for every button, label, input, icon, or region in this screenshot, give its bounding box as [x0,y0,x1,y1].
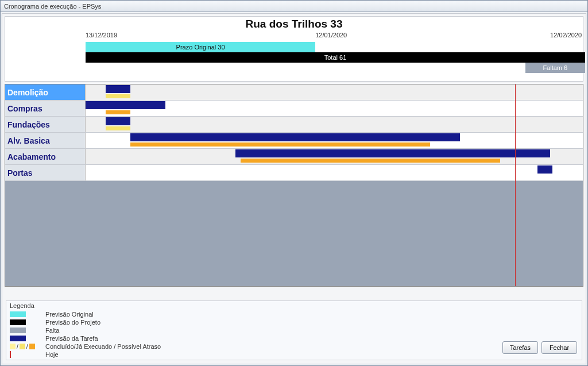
gantt-row[interactable]: Alv. Basica [5,133,583,149]
status-bar [106,110,131,114]
app-window: Cronograma de execução - EPSys Rua dos T… [0,0,588,366]
task-bar[interactable] [235,149,550,157]
date-label: 12/01/2020 [315,32,347,38]
legend-title: Legenda [10,302,578,309]
button-bar: Tarefas Fechar [502,341,577,354]
summary-bar: Prazo Original 30 [86,42,315,52]
legend-item: Previsão do Projeto [10,318,578,326]
window-title: Cronograma de execução - EPSys [4,3,101,10]
summary-timeline: 13/12/201912/01/202012/02/2020Prazo Orig… [86,32,585,81]
status-bar [106,94,131,98]
legend-item: Previsão Original [10,310,578,318]
task-area [86,133,583,148]
summary-bar: Total 61 [86,52,585,63]
task-area [86,117,583,132]
gantt-row[interactable]: Acabamento [5,149,583,165]
task-label: Alv. Basica [5,133,86,148]
legend-item: Falta [10,326,578,334]
legend-label: Hoje [45,351,59,358]
task-area [86,149,583,164]
task-bar[interactable] [537,165,552,174]
task-area [86,84,583,100]
legend-label: Previsão Original [45,311,94,318]
task-label: Demolição [5,84,86,100]
task-label: Compras [5,101,86,116]
project-title: Rua dos Trilhos 33 [5,17,583,32]
close-button[interactable]: Fechar [541,341,577,354]
window-titlebar[interactable]: Cronograma de execução - EPSys [1,1,587,12]
task-area [86,165,583,180]
task-bar[interactable] [106,117,131,125]
timeline-header: Rua dos Trilhos 33 13/12/201912/01/20201… [5,16,583,82]
summary-bar: Faltam 6 [525,63,585,73]
date-label: 13/12/2019 [86,32,117,38]
status-bar [241,159,500,163]
legend-item: //Concluído/Já Execuado / Possível Atras… [10,342,578,350]
date-label: 12/02/2020 [550,32,582,38]
status-bar [106,126,131,130]
gantt-row[interactable]: Fundações [5,117,583,133]
legend-label: Concluído/Já Execuado / Possível Atraso [45,343,161,350]
gantt-row[interactable]: Portas [5,165,583,181]
today-line [515,84,516,286]
legend-label: Previsão da Tarefa [45,335,98,342]
task-area [86,101,583,116]
task-bar[interactable] [106,85,131,93]
legend: Legenda Previsão OriginalPrevisão do Pro… [6,300,582,360]
content-panel: Rua dos Trilhos 33 13/12/201912/01/20201… [2,13,586,364]
task-label: Fundações [5,117,86,132]
task-bar[interactable] [130,133,460,141]
task-bar[interactable] [86,101,165,109]
legend-item: Previsão da Tarefa [10,334,578,342]
legend-label: Falta [45,327,59,334]
gantt-chart: DemoliçãoComprasFundaçõesAlv. BasicaAcab… [5,84,583,287]
status-bar [130,142,430,147]
legend-item: Hoje [10,350,578,359]
task-label: Portas [5,165,86,180]
gantt-row[interactable]: Compras [5,101,583,117]
tasks-button[interactable]: Tarefas [502,341,538,354]
gantt-row[interactable]: Demolição [5,84,583,101]
legend-label: Previsão do Projeto [45,319,100,326]
task-label: Acabamento [5,149,86,164]
